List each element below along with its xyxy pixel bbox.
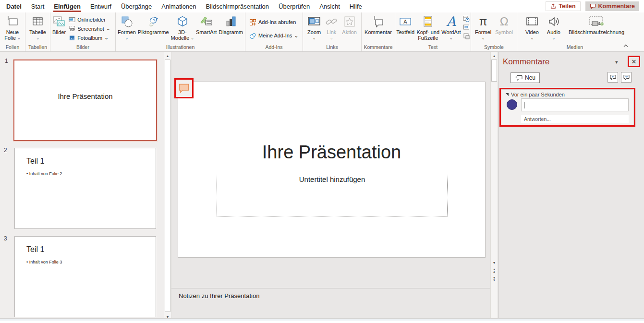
3d-models-icon	[176, 15, 189, 28]
group-label-kommentare: Kommentare	[362, 44, 395, 51]
ribbon-group-symbole: π Formel⌄ Ω Symbol Symbole	[471, 12, 517, 51]
zoom-icon	[307, 15, 321, 28]
ribbon-group-tabellen: Tabelle⌄ Tabellen	[25, 12, 50, 51]
share-button[interactable]: Teilen	[546, 1, 580, 11]
tab-start[interactable]: Start	[26, 0, 49, 12]
next-comment-button[interactable]	[621, 72, 632, 83]
object-icon[interactable]	[463, 33, 470, 39]
previous-slide-icon[interactable]: ▴▴	[491, 267, 497, 274]
collapse-triangle-icon[interactable]	[506, 93, 509, 96]
tab-entwurf[interactable]: Entwurf	[85, 0, 116, 12]
dropdown-caret-icon: ⌄	[191, 36, 194, 40]
scroll-down-icon[interactable]: ▾	[491, 259, 497, 266]
pictograms-icon	[147, 15, 159, 28]
dropdown-caret-icon: ⌄	[531, 36, 534, 40]
comment-input[interactable]	[521, 98, 629, 111]
slide-thumbnail-2[interactable]: Teil 1 • Inhalt von Folie 2	[14, 148, 156, 229]
status-bar	[0, 318, 644, 321]
close-icon[interactable]: ✕	[632, 59, 637, 65]
formula-button[interactable]: π Formel⌄	[475, 13, 491, 41]
symbol-button[interactable]: Ω Symbol	[495, 13, 513, 35]
group-label-folien: Folien	[0, 44, 25, 51]
audio-button[interactable]: Audio⌄	[547, 13, 560, 41]
header-footer-button[interactable]: Kopf- undFußzeile	[416, 13, 439, 41]
previous-comment-button[interactable]	[608, 72, 618, 83]
link-button[interactable]: Link⌄	[325, 13, 338, 41]
subtitle-placeholder-text: Untertitel hinzufügen	[217, 175, 447, 183]
notes-pane[interactable]: Notizen zu Ihrer Präsentation	[171, 288, 490, 321]
header-footer-icon	[422, 15, 434, 28]
scroll-up-icon[interactable]: ▴	[491, 52, 497, 59]
tab-ansicht[interactable]: Ansicht	[315, 0, 345, 12]
scrollbar-thumb[interactable]	[165, 60, 170, 312]
new-comment-button[interactable]: Kommentar	[365, 13, 392, 35]
tab-uebergaenge[interactable]: Übergänge	[116, 0, 157, 12]
action-button[interactable]: Aktion	[342, 13, 357, 35]
dropdown-caret-icon: ⌄	[125, 36, 129, 40]
pictograms-button[interactable]: Piktogramme	[138, 13, 169, 35]
video-icon	[525, 15, 539, 28]
comment-card: Vor ein paar Sekunden Antworten...	[501, 89, 634, 125]
slide-number-icon[interactable]	[463, 24, 470, 31]
online-pictures-button[interactable]: Onlinebilder	[69, 15, 110, 24]
table-icon	[31, 15, 44, 28]
tab-einfuegen[interactable]: Einfügen	[49, 0, 85, 12]
tab-bildschirmpraesentation[interactable]: Bildschirmpräsentation	[201, 0, 274, 12]
dropdown-caret-icon: ⌄	[36, 36, 39, 40]
tab-datei[interactable]: Datei	[1, 0, 26, 12]
video-button[interactable]: Video⌄	[525, 13, 539, 41]
tab-animationen[interactable]: Animationen	[157, 0, 201, 12]
slide-number: 1	[5, 58, 8, 64]
tab-ueberpruefen[interactable]: Überprüfen	[274, 0, 315, 12]
comment-marker-icon[interactable]	[178, 83, 190, 94]
pictures-button[interactable]: Bilder	[52, 13, 66, 35]
share-icon	[550, 3, 556, 9]
slide-title-text[interactable]: Ihre Präsentation	[178, 142, 485, 163]
annotation-box-comment-marker	[174, 78, 194, 98]
comments-icon	[590, 3, 596, 9]
dropdown-caret-icon: ⌄	[313, 36, 316, 40]
3d-models-button[interactable]: 3D-Modelle ⌄	[171, 13, 194, 41]
table-button[interactable]: Tabelle⌄	[29, 13, 46, 41]
ribbon-group-text: A Textfeld Kopf- undFußzeile A WordArt⌄ …	[395, 12, 471, 51]
scrollbar-thumb[interactable]	[491, 60, 497, 82]
shapes-button[interactable]: Formen⌄	[118, 13, 136, 41]
subtitle-placeholder-box[interactable]: Untertitel hinzufügen	[217, 173, 448, 216]
new-comment-panel-button[interactable]: Neu	[510, 72, 540, 83]
comments-toggle-button[interactable]: Kommentare	[585, 1, 639, 11]
new-comment-icon	[371, 15, 385, 28]
formula-icon: π	[479, 15, 487, 28]
zoom-button[interactable]: Zoom⌄	[307, 13, 321, 41]
comments-panel-menu-caret-icon[interactable]: ▾	[615, 59, 618, 65]
dropdown-caret-icon: ⌄	[330, 36, 333, 40]
slide-thumbnail-3[interactable]: Teil 1 • Inhalt von Folie 3	[14, 236, 156, 317]
screen-recording-button[interactable]: Bildschirmaufzeichnung	[569, 13, 624, 35]
new-slide-button[interactable]: NeueFolie ⌄	[4, 13, 21, 41]
notes-text[interactable]: Notizen zu Ihrer Präsentation	[179, 292, 259, 299]
photo-album-button[interactable]: Fotoalbum ⌄	[69, 33, 110, 42]
tab-hilfe[interactable]: Hilfe	[345, 0, 367, 12]
thumbnail-title: Teil 1	[26, 245, 44, 254]
textbox-button[interactable]: A Textfeld	[396, 13, 414, 35]
pictures-icon	[52, 15, 66, 28]
next-slide-icon[interactable]: ▾▾	[491, 275, 497, 282]
editor-scrollbar[interactable]: ▴ ▾ ▴▴ ▾▾	[490, 52, 498, 321]
slide-canvas[interactable]: Ihre Präsentation Untertitel hinzufügen	[178, 82, 486, 258]
scroll-up-icon[interactable]: ▴	[165, 52, 170, 59]
online-pictures-icon	[69, 16, 75, 23]
my-add-ins-button[interactable]: Meine Add-Ins ⌄	[249, 31, 299, 40]
screenshot-button[interactable]: Screenshot ⌄	[69, 24, 110, 33]
slide-thumbnail-1[interactable]: Ihre Präsentation	[13, 60, 157, 141]
get-add-ins-button[interactable]: Add-Ins abrufen	[249, 18, 296, 27]
datetime-icon[interactable]	[463, 15, 470, 22]
chart-button[interactable]: Diagramm	[219, 13, 243, 35]
next-comment-icon	[623, 74, 630, 81]
dropdown-caret-icon: ⌄	[552, 36, 556, 40]
reply-field[interactable]: Antworten...	[521, 115, 629, 123]
smartart-button[interactable]: SmartArt	[196, 13, 217, 35]
collapse-ribbon-icon[interactable]	[623, 41, 629, 49]
slide-panel-scrollbar[interactable]: ▴ ▾	[164, 52, 171, 321]
wordart-button[interactable]: A WordArt⌄	[441, 13, 461, 41]
thumbnail-title: Ihre Präsentation	[14, 92, 156, 100]
content-area: 1 Ihre Präsentation 2 Teil 1 • Inhalt vo…	[0, 52, 644, 321]
